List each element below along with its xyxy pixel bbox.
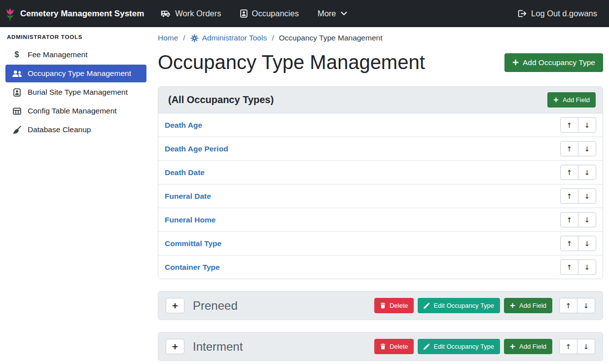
all-occupancy-types-card: (All Occupancy Types) Add Field Death Ag… bbox=[158, 86, 603, 279]
sidebar-item-fee-management[interactable]: $ Fee Management bbox=[5, 46, 146, 64]
edit-occupancy-type-label: Edit Occupancy Type bbox=[433, 343, 494, 350]
users-icon bbox=[10, 70, 23, 77]
up-arrow-glyph: ↑ bbox=[566, 302, 572, 310]
section-actions: Delete Edit Occupancy Type bbox=[374, 298, 595, 313]
field-link[interactable]: Death Date bbox=[165, 168, 205, 177]
up-arrow-glyph: ↑ bbox=[567, 263, 573, 271]
move-down-button[interactable]: ↓ bbox=[578, 212, 596, 227]
down-arrow-glyph: ↓ bbox=[584, 121, 590, 129]
breadcrumb-home[interactable]: Home bbox=[158, 34, 178, 42]
move-down-button[interactable]: ↓ bbox=[578, 188, 596, 204]
move-up-button[interactable]: ↑ bbox=[560, 236, 578, 251]
nav-occupancies-label: Occupancies bbox=[252, 9, 299, 18]
nav-more[interactable]: More bbox=[318, 9, 347, 18]
title-row: Occupancy Type Management Add Occupancy … bbox=[158, 51, 603, 73]
breadcrumb-admin-tools[interactable]: Administrator Tools bbox=[190, 34, 267, 42]
field-link[interactable]: Committal Type bbox=[165, 239, 221, 248]
add-field-button[interactable]: Add Field bbox=[504, 298, 552, 313]
delete-button[interactable]: Delete bbox=[374, 339, 414, 354]
move-up-button[interactable]: ↑ bbox=[560, 212, 578, 227]
add-field-button[interactable]: Add Field bbox=[504, 339, 552, 354]
expand-button[interactable] bbox=[166, 339, 184, 354]
nav-work-orders[interactable]: Work Orders bbox=[161, 9, 221, 18]
breadcrumb-separator: / bbox=[272, 34, 274, 42]
breadcrumb: Home / bbox=[158, 34, 603, 42]
down-arrow-glyph: ↓ bbox=[584, 192, 590, 200]
field-row: Committal Type ↑ ↓ bbox=[158, 232, 603, 255]
reorder-buttons: ↑ ↓ bbox=[559, 298, 595, 313]
field-link[interactable]: Funeral Home bbox=[165, 216, 215, 224]
field-link[interactable]: Death Age bbox=[165, 121, 202, 130]
sidebar-item-label: Config Table Management bbox=[28, 107, 117, 115]
expand-button[interactable] bbox=[166, 298, 184, 313]
move-down-button[interactable]: ↓ bbox=[578, 236, 596, 251]
edit-occupancy-type-button[interactable]: Edit Occupancy Type bbox=[418, 298, 500, 313]
move-down-button[interactable]: ↓ bbox=[578, 141, 596, 156]
move-down-button[interactable]: ↓ bbox=[577, 298, 595, 313]
edit-occupancy-type-button[interactable]: Edit Occupancy Type bbox=[418, 339, 500, 354]
down-arrow-glyph: ↓ bbox=[584, 169, 590, 177]
up-arrow-glyph: ↑ bbox=[567, 192, 573, 200]
up-arrow-glyph: ↑ bbox=[567, 216, 573, 224]
page-title: Occupancy Type Management bbox=[158, 51, 425, 73]
trash-icon bbox=[380, 302, 386, 309]
section-actions: Delete Edit Occupancy Type bbox=[374, 339, 595, 354]
field-row: Death Age Period ↑ ↓ bbox=[158, 137, 603, 161]
up-arrow-glyph: ↑ bbox=[567, 240, 573, 248]
move-up-button[interactable]: ↑ bbox=[560, 188, 578, 204]
breadcrumb-separator: / bbox=[183, 34, 185, 42]
add-field-label: Add Field bbox=[563, 96, 590, 104]
plus-icon bbox=[510, 344, 515, 349]
field-row: Container Type ↑ ↓ bbox=[158, 255, 603, 279]
move-down-button[interactable]: ↓ bbox=[577, 339, 595, 354]
add-field-button[interactable]: Add Field bbox=[547, 92, 596, 108]
plus-icon bbox=[553, 97, 559, 103]
van-icon bbox=[161, 10, 171, 17]
field-link[interactable]: Container Type bbox=[165, 263, 220, 272]
move-down-button[interactable]: ↓ bbox=[578, 117, 596, 133]
plus-icon bbox=[172, 303, 178, 309]
move-up-button[interactable]: ↑ bbox=[559, 298, 577, 313]
reorder-buttons: ↑ ↓ bbox=[560, 165, 596, 180]
plus-icon bbox=[510, 303, 515, 308]
move-up-button[interactable]: ↑ bbox=[560, 165, 578, 180]
reorder-buttons: ↑ ↓ bbox=[560, 188, 596, 204]
reorder-buttons: ↑ ↓ bbox=[559, 339, 595, 354]
logout-button[interactable]: Log Out d.gowans bbox=[518, 9, 597, 18]
sidebar-item-label: Database Cleanup bbox=[28, 125, 91, 134]
field-link[interactable]: Funeral Date bbox=[165, 192, 211, 201]
add-occupancy-type-button[interactable]: Add Occupancy Type bbox=[504, 53, 603, 72]
reorder-buttons: ↑ ↓ bbox=[560, 117, 596, 133]
sidebar-item-database-cleanup[interactable]: Database Cleanup bbox=[5, 121, 146, 139]
reorder-buttons: ↑ ↓ bbox=[560, 141, 596, 156]
sidebar-item-config-table-management[interactable]: Config Table Management bbox=[5, 102, 146, 120]
card-header: (All Occupancy Types) Add Field bbox=[158, 87, 603, 113]
move-up-button[interactable]: ↑ bbox=[560, 117, 578, 133]
field-link[interactable]: Death Age Period bbox=[165, 145, 228, 153]
nav-occupancies[interactable]: Occupancies bbox=[240, 9, 299, 18]
sidebar-item-occupancy-type-management[interactable]: Occupancy Type Management bbox=[5, 65, 146, 82]
delete-label: Delete bbox=[390, 302, 408, 309]
add-field-label: Add Field bbox=[519, 302, 546, 309]
gear-icon bbox=[190, 34, 199, 42]
field-row: Funeral Date ↑ ↓ bbox=[158, 184, 603, 208]
edit-occupancy-type-label: Edit Occupancy Type bbox=[433, 302, 494, 309]
move-down-button[interactable]: ↓ bbox=[578, 165, 596, 180]
move-up-button[interactable]: ↑ bbox=[560, 259, 578, 275]
down-arrow-glyph: ↓ bbox=[584, 240, 590, 248]
occupancy-type-section-interment: Interment Delete bbox=[158, 332, 603, 361]
sidebar: Administrator Tools $ Fee Management Occ… bbox=[0, 27, 152, 140]
delete-button[interactable]: Delete bbox=[374, 298, 414, 313]
chevron-down-icon bbox=[341, 11, 347, 16]
field-row: Funeral Home ↑ ↓ bbox=[158, 208, 603, 232]
move-down-button[interactable]: ↓ bbox=[578, 259, 596, 275]
sidebar-item-label: Fee Management bbox=[28, 50, 88, 59]
pencil-icon bbox=[424, 344, 430, 350]
move-up-button[interactable]: ↑ bbox=[560, 141, 578, 156]
move-up-button[interactable]: ↑ bbox=[559, 339, 577, 354]
main-content: Home / bbox=[152, 27, 609, 361]
sidebar-item-burial-site-type-management[interactable]: Burial Site Type Management bbox=[5, 83, 146, 101]
portrait-icon bbox=[240, 9, 248, 18]
app-brand[interactable]: Cemetery Management System bbox=[5, 6, 144, 21]
nav-links: Work Orders Occupancies More bbox=[161, 9, 347, 18]
